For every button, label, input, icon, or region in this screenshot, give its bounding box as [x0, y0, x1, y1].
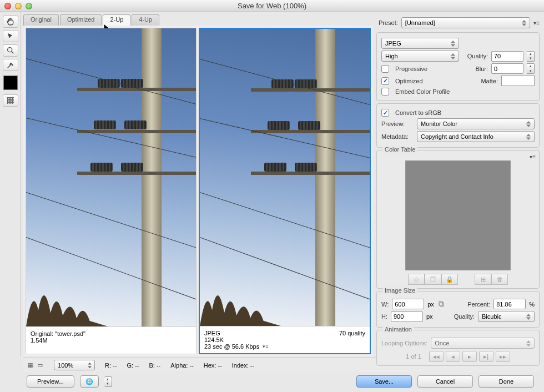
- tab-4up[interactable]: 4-Up: [132, 14, 159, 26]
- optimized-quality-readout: 70 quality: [339, 330, 365, 336]
- matte-label: Matte:: [481, 78, 498, 84]
- frame-readout: 1 of 1: [406, 353, 421, 360]
- preset-select[interactable]: [Unnamed]: [401, 17, 530, 28]
- percent-label: Percent:: [467, 301, 490, 308]
- height-unit: px: [426, 313, 433, 320]
- tab-optimized[interactable]: Optimized: [60, 14, 102, 26]
- view-tabs: Original Optimized 2-Up 4-Up: [23, 14, 373, 26]
- layout-icons[interactable]: ▦ ▭: [28, 361, 44, 369]
- quality-label: Quality:: [467, 53, 488, 59]
- readout-g: G: --: [127, 362, 139, 369]
- embed-profile-label: Embed Color Profile: [395, 88, 450, 95]
- readout-index: Index: --: [232, 362, 254, 369]
- readout-hex: Hex: --: [204, 362, 222, 369]
- quality-input[interactable]: 70: [491, 51, 523, 62]
- embed-profile-checkbox[interactable]: [381, 88, 389, 96]
- quality-preset-select[interactable]: High: [381, 51, 459, 62]
- anim-next-button: ▸|: [479, 351, 493, 362]
- browser-preview-stepper[interactable]: ▴▾: [104, 376, 112, 387]
- ct-new-button[interactable]: ⊞: [475, 274, 491, 285]
- percent-input[interactable]: 81.86: [493, 299, 526, 309]
- optimized-checkbox[interactable]: [381, 77, 389, 85]
- readout-alpha: Alpha: --: [170, 362, 194, 369]
- anim-last-button: ▸▸: [496, 351, 510, 362]
- window-title: Save for Web (100%): [0, 2, 544, 10]
- ct-cube-button[interactable]: ❒: [425, 274, 441, 285]
- optimize-menu-icon[interactable]: ▾≡: [533, 20, 540, 26]
- browser-preview-button[interactable]: 🌐: [80, 375, 99, 388]
- preview-select[interactable]: Monitor Color: [417, 118, 535, 129]
- done-button[interactable]: Done: [478, 375, 534, 388]
- height-label: H:: [381, 313, 387, 320]
- width-label: W:: [381, 301, 389, 308]
- zoom-tool[interactable]: [3, 44, 18, 57]
- cancel-button[interactable]: Cancel: [417, 375, 473, 388]
- blur-stepper[interactable]: ▴▾: [527, 63, 535, 74]
- zoom-select[interactable]: 100%: [54, 360, 95, 370]
- metadata-select[interactable]: Copyright and Contact Info: [417, 131, 535, 142]
- looping-select: Once: [431, 338, 535, 349]
- anim-prev-button: ◂: [446, 351, 460, 362]
- progressive-label: Progressive: [395, 66, 427, 72]
- original-filename: Original: "tower.psd": [31, 330, 85, 337]
- optimized-format: JPEG: [204, 330, 220, 336]
- toggle-slices-visibility[interactable]: [3, 94, 18, 107]
- color-table: [405, 160, 511, 270]
- save-button[interactable]: Save...: [356, 375, 412, 388]
- svg-line-1: [12, 52, 13, 53]
- ct-delete-button[interactable]: 🗑: [491, 274, 508, 285]
- original-filesize: 1.54M: [31, 337, 192, 344]
- looping-label: Looping Options:: [381, 340, 427, 346]
- width-input[interactable]: 600: [392, 299, 424, 309]
- readout-r: R: --: [105, 362, 117, 369]
- optimized-filesize: 124.5K: [204, 336, 365, 343]
- animation-legend: Animation: [382, 326, 414, 333]
- anim-first-button: ◂◂: [429, 351, 444, 362]
- metadata-label: Metadata:: [381, 133, 414, 140]
- resample-quality-label: Quality:: [454, 313, 475, 320]
- tool-strip: [0, 12, 21, 356]
- convert-srgb-label: Convert to sRGB: [395, 109, 441, 116]
- matte-color-well[interactable]: [501, 76, 535, 86]
- optimized-image: [200, 29, 370, 326]
- original-image: [26, 28, 196, 326]
- hand-tool[interactable]: [3, 16, 18, 28]
- optimized-download-time: 23 sec @ 56.6 Kbps: [204, 343, 259, 350]
- height-input[interactable]: 900: [391, 311, 423, 322]
- width-unit: px: [427, 301, 434, 308]
- quality-stepper[interactable]: ▴▾: [527, 51, 535, 62]
- anim-play-button: ▸: [462, 351, 477, 362]
- format-select[interactable]: JPEG: [381, 38, 459, 49]
- color-table-menu-icon[interactable]: ▾≡: [530, 154, 536, 160]
- optimized-label: Optimized: [395, 78, 423, 84]
- ct-lock-button[interactable]: 🔒: [441, 274, 458, 285]
- eyedropper-color-swatch[interactable]: [3, 76, 18, 90]
- eyedropper-tool[interactable]: [3, 59, 18, 71]
- percent-unit: %: [529, 301, 535, 308]
- progressive-checkbox[interactable]: [381, 65, 389, 73]
- tab-original[interactable]: Original: [23, 14, 59, 26]
- image-size-legend: Image Size: [382, 287, 417, 294]
- blur-input[interactable]: 0: [491, 63, 523, 74]
- preview-pane-original[interactable]: Original: "tower.psd" 1.54M: [26, 28, 197, 354]
- tab-2up[interactable]: 2-Up: [103, 14, 130, 26]
- preset-label: Preset:: [379, 19, 398, 26]
- convert-srgb-checkbox[interactable]: [381, 109, 389, 117]
- resample-quality-select[interactable]: Bicubic: [478, 311, 535, 322]
- ct-eyedropper-button[interactable]: ◇: [408, 274, 425, 285]
- svg-point-0: [7, 48, 12, 52]
- preview-menu-icon[interactable]: ▾≡: [263, 344, 268, 349]
- preview-button[interactable]: Preview...: [27, 375, 74, 388]
- preview-label: Preview:: [381, 120, 414, 127]
- readout-b: B: --: [149, 362, 160, 369]
- link-icon[interactable]: ⧉: [439, 299, 444, 309]
- preview-pane-optimized[interactable]: JPEG 70 quality 124.5K 23 sec @ 56.6 Kbp…: [199, 28, 371, 354]
- blur-label: Blur:: [475, 66, 488, 72]
- slice-select-tool[interactable]: [3, 30, 18, 42]
- color-table-legend: Color Table: [382, 146, 417, 153]
